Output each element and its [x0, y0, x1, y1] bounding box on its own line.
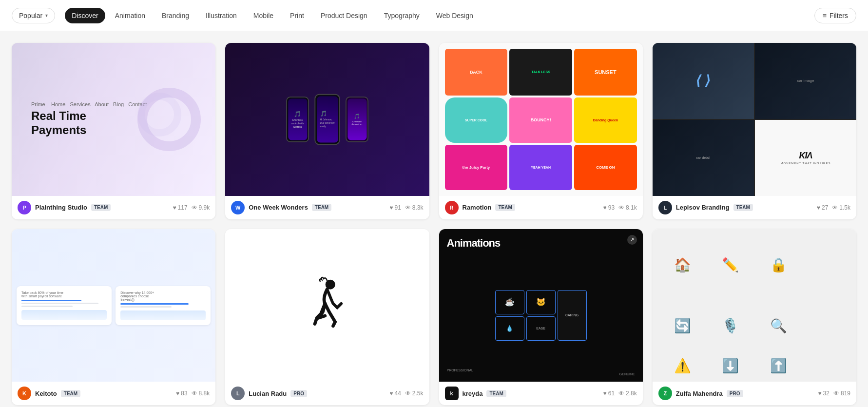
- likes-count: 61: [608, 390, 615, 397]
- heart-icon: ♥: [173, 204, 176, 211]
- avatar: L: [658, 201, 672, 214]
- author-badge: TEAM: [495, 204, 515, 211]
- views-count: 8.1k: [626, 204, 637, 211]
- eye-icon: 👁: [405, 204, 411, 211]
- likes-count: 44: [394, 390, 401, 397]
- icon-warning: ⚠️: [674, 358, 691, 374]
- card-card-4[interactable]: ⟨ ⟩ car image car detail KIΛ MOVEMENT TH…: [653, 43, 856, 219]
- nav-item-branding[interactable]: Branding: [155, 8, 196, 23]
- nav-item-animation[interactable]: Animation: [108, 8, 152, 23]
- nav-item-web-design[interactable]: Web Design: [429, 8, 480, 23]
- card-thumbnail[interactable]: 🏠 ✏️ 🔒 🔄 🎙️ 🔍 ⚠️ ⬇️ ⬆️: [653, 229, 856, 382]
- card-stats: ♥ 61 👁 2.8k: [603, 390, 637, 397]
- card-meta: L Lucian Radu PRO ♥ 44 👁 2.5k: [225, 382, 429, 405]
- heart-icon: ♥: [176, 390, 179, 397]
- author-name: Lepisov Branding: [676, 204, 730, 211]
- views-count: 9.9k: [199, 204, 210, 211]
- author-badge: TEAM: [733, 204, 753, 211]
- avatar: k: [445, 387, 459, 400]
- heart-icon: ♥: [817, 204, 820, 211]
- card-card-1[interactable]: Prime Home Services About Blog Contact R…: [12, 43, 215, 219]
- author-badge: TEAM: [312, 204, 331, 211]
- icon-pencil: ✏️: [722, 257, 739, 273]
- likes-count: 83: [181, 390, 187, 397]
- author-badge: TEAM: [91, 204, 111, 211]
- card-stats: ♥ 44 👁 2.5k: [389, 390, 423, 397]
- card-card-7[interactable]: Animations ↗ ☕ 🐱 CARING 💧 EASE PROFESSIO…: [439, 229, 643, 406]
- author-badge: TEAM: [486, 390, 506, 397]
- author-name: Lucian Radu: [249, 390, 287, 397]
- sort-label: Popular: [19, 12, 42, 19]
- author-name: Zulfa Mahendra: [676, 390, 723, 397]
- card-thumbnail[interactable]: ⟨ ⟩ car image car detail KIΛ MOVEMENT TH…: [653, 43, 856, 196]
- sort-dropdown[interactable]: Popular ▾: [12, 8, 55, 23]
- views-stat: 👁 819: [833, 390, 850, 397]
- card-meta: P Plainthing Studio TEAM ♥ 117 👁 9.9k: [12, 196, 215, 219]
- likes-count: 27: [822, 204, 828, 211]
- views-count: 2.8k: [626, 390, 637, 397]
- views-stat: 👁 8.1k: [618, 204, 637, 211]
- icon-house: 🏠: [674, 257, 691, 273]
- card-card-6[interactable]: L Lucian Radu PRO ♥ 44 👁 2.5k: [225, 229, 429, 406]
- icon-upload: ⬆️: [770, 358, 787, 374]
- likes-stat: ♥ 27: [817, 204, 828, 211]
- heart-icon: ♥: [818, 390, 821, 397]
- card-thumbnail[interactable]: [225, 229, 429, 382]
- avatar: K: [18, 387, 31, 400]
- eye-icon: 👁: [833, 390, 839, 397]
- card-thumbnail[interactable]: BACK TALK LESS SUNSET SUPER COOL BOUNCY!…: [439, 43, 643, 196]
- card-stats: ♥ 32 👁 819: [818, 390, 850, 397]
- card-card-8[interactable]: 🏠 ✏️ 🔒 🔄 🎙️ 🔍 ⚠️ ⬇️ ⬆️ Z Zulfa Mahendra …: [653, 229, 856, 406]
- icon-lock: 🔒: [770, 257, 787, 273]
- avatar: P: [18, 201, 31, 214]
- views-count: 819: [841, 390, 850, 397]
- nav-items: DiscoverAnimationBrandingIllustrationMob…: [65, 8, 814, 23]
- author-name: One Week Wonders: [249, 204, 308, 211]
- card-meta: K Keitoto TEAM ♥ 83 👁 8.8k: [12, 382, 215, 405]
- views-count: 8.3k: [412, 204, 424, 211]
- icon-mic: 🎙️: [722, 318, 739, 334]
- icon-search: 🔍: [770, 318, 787, 334]
- nav-item-typography[interactable]: Typography: [377, 8, 426, 23]
- eye-icon: 👁: [192, 390, 197, 397]
- card-card-3[interactable]: BACK TALK LESS SUNSET SUPER COOL BOUNCY!…: [439, 43, 643, 219]
- likes-count: 93: [608, 204, 615, 211]
- filters-label: Filters: [829, 12, 848, 19]
- eye-icon: 👁: [618, 390, 624, 397]
- icon-download: ⬇️: [722, 358, 739, 374]
- card-stats: ♥ 91 👁 8.3k: [389, 204, 423, 211]
- nav-item-print[interactable]: Print: [283, 8, 311, 23]
- filters-icon: ≡: [823, 12, 827, 19]
- eye-icon: 👁: [618, 204, 624, 211]
- card-meta: Z Zulfa Mahendra PRO ♥ 32 👁 819: [653, 382, 856, 405]
- eye-icon: 👁: [405, 390, 411, 397]
- likes-stat: ♥ 83: [176, 390, 187, 397]
- author-badge: PRO: [290, 390, 307, 397]
- nav-item-illustration[interactable]: Illustration: [199, 8, 244, 23]
- avatar: Z: [658, 387, 672, 400]
- likes-stat: ♥ 117: [173, 204, 187, 211]
- filters-button[interactable]: ≡ Filters: [814, 8, 856, 23]
- author-name: Ramotion: [463, 204, 492, 211]
- nav-item-discover[interactable]: Discover: [65, 8, 105, 23]
- views-count: 1.5k: [839, 204, 850, 211]
- card-thumbnail[interactable]: Prime Home Services About Blog Contact R…: [12, 43, 215, 196]
- nav-item-mobile[interactable]: Mobile: [247, 8, 280, 23]
- card-thumbnail[interactable]: Take back 80% of your timewith smart pay…: [12, 229, 215, 382]
- nav-item-product-design[interactable]: Product Design: [314, 8, 374, 23]
- navigation: Popular ▾ DiscoverAnimationBrandingIllus…: [0, 0, 868, 31]
- heart-icon: ♥: [389, 204, 393, 211]
- card-thumbnail[interactable]: 🎵 Effortlesscontrol withSyncra 🎵 Hi John…: [225, 43, 429, 196]
- likes-count: 32: [823, 390, 829, 397]
- avatar: R: [445, 201, 459, 214]
- card-meta: R Ramotion TEAM ♥ 93 👁 8.1k: [439, 196, 643, 219]
- card-card-2[interactable]: 🎵 Effortlesscontrol withSyncra 🎵 Hi John…: [225, 43, 429, 219]
- card-card-5[interactable]: Take back 80% of your timewith smart pay…: [12, 229, 215, 406]
- likes-stat: ♥ 61: [603, 390, 615, 397]
- likes-count: 117: [178, 204, 188, 211]
- heart-icon: ♥: [389, 390, 393, 397]
- chevron-down-icon: ▾: [45, 13, 48, 18]
- views-count: 8.8k: [199, 390, 210, 397]
- card-meta: W One Week Wonders TEAM ♥ 91 👁 8.3k: [225, 196, 429, 219]
- card-thumbnail[interactable]: Animations ↗ ☕ 🐱 CARING 💧 EASE PROFESSIO…: [439, 229, 643, 382]
